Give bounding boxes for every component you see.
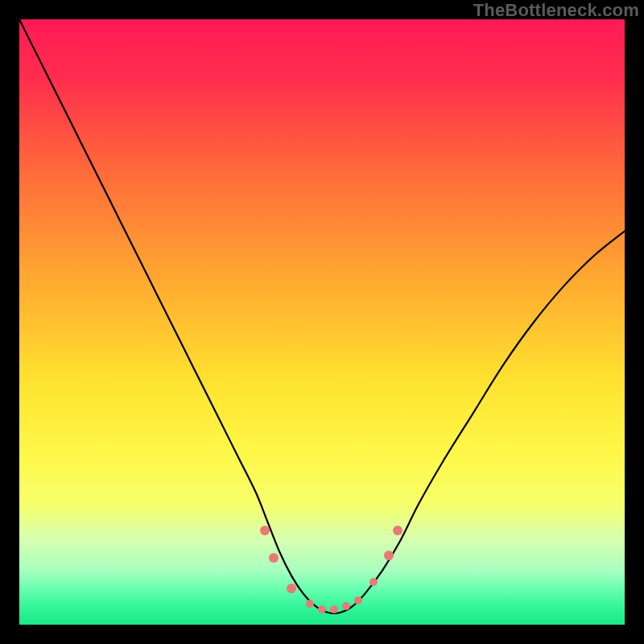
watermark-text: TheBottleneck.com — [473, 0, 639, 21]
curve-marker — [384, 551, 394, 560]
curve-marker — [342, 602, 350, 610]
curve-marker — [260, 526, 270, 535]
curve-marker — [354, 597, 362, 605]
curve-marker — [369, 578, 378, 586]
curve-marker — [287, 584, 296, 593]
svg-rect-0 — [19, 19, 625, 625]
curve-marker — [393, 526, 402, 535]
curve-marker — [306, 600, 314, 608]
curve-marker — [330, 605, 338, 613]
curve-marker — [269, 553, 279, 563]
background-gradient — [19, 19, 625, 625]
plot-area — [19, 19, 625, 625]
curve-marker — [318, 605, 326, 613]
outer-frame: TheBottleneck.com — [0, 0, 644, 644]
